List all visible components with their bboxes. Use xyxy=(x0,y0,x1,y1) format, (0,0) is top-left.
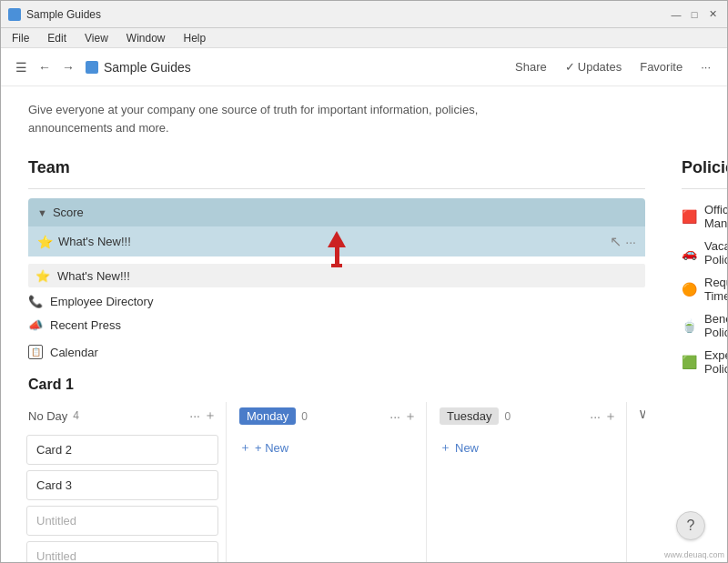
tuesday-plus-icon: ＋ xyxy=(440,439,451,456)
calendar-icon: 📋 xyxy=(28,345,43,359)
monday-title: Monday xyxy=(239,407,296,425)
board: No Day 4 ··· ＋ Card 2 Card 3 Untitled Un… xyxy=(26,402,645,562)
hamburger-button[interactable]: ☰ xyxy=(12,56,31,78)
team-section: Team ▼ Score ⭐ What's New!!! xyxy=(28,158,645,562)
drag-indicator xyxy=(328,231,346,267)
policy-request-time-off[interactable]: 🟠 Request Time Off xyxy=(682,271,727,307)
noday-count: 4 xyxy=(73,409,79,422)
board-col-w: W xyxy=(627,402,645,562)
noday-more-icon[interactable]: ··· xyxy=(189,408,200,423)
phone-icon: 📞 xyxy=(28,294,43,308)
menu-help[interactable]: Help xyxy=(180,30,210,46)
score-card[interactable]: ▼ Score ⭐ What's New!!! ↖ ··· xyxy=(28,198,645,256)
window-title: Sample Guides xyxy=(26,8,101,21)
employee-directory-item[interactable]: 📞 Employee Directory xyxy=(28,289,645,313)
vacation-label: Vacation Policy xyxy=(704,239,727,266)
board-col-monday: Monday 0 ··· ＋ ＋ + New xyxy=(227,402,427,562)
policy-office-manual[interactable]: 🟥 Office Manual xyxy=(682,198,727,235)
menu-file[interactable]: File xyxy=(8,30,33,46)
description-text: Give everyone at your company one source… xyxy=(28,101,556,136)
w-title: W xyxy=(640,407,645,421)
monday-add-icon[interactable]: ＋ xyxy=(404,408,417,425)
minimize-button[interactable]: — xyxy=(669,7,683,22)
whats-new-label: What's New!!! xyxy=(57,269,130,283)
page-title: Sample Guides xyxy=(104,60,191,75)
policies-title: Policies xyxy=(682,158,727,177)
score-header[interactable]: ▼ Score xyxy=(28,198,645,226)
more-button[interactable]: ··· xyxy=(695,56,716,77)
board-col-tuesday: Tuesday 0 ··· ＋ ＋ New xyxy=(427,402,627,562)
arrow-shaft xyxy=(335,247,339,264)
help-icon: ? xyxy=(687,518,695,534)
close-button[interactable]: ✕ xyxy=(705,7,720,22)
share-button[interactable]: Share xyxy=(510,56,552,77)
card3-card[interactable]: Card 3 xyxy=(26,470,218,500)
board-col-noday: No Day 4 ··· ＋ Card 2 Card 3 Untitled Un… xyxy=(26,402,227,562)
megaphone-icon: 📣 xyxy=(28,317,43,332)
vacation-icon: 🚗 xyxy=(682,246,697,260)
toolbar: ☰ ← → Sample Guides Share ✓ Updates Favo… xyxy=(1,48,727,86)
benefits-icon: 🍵 xyxy=(682,318,697,333)
calendar-label: Calendar xyxy=(50,346,98,359)
drag-more-icon[interactable]: ··· xyxy=(625,235,636,249)
monday-plus-icon: ＋ xyxy=(239,439,251,456)
maximize-button[interactable]: □ xyxy=(687,7,702,22)
calendar-item[interactable]: 📋 Calendar xyxy=(28,340,645,364)
policy-benefits[interactable]: 🍵 Benefits Policies xyxy=(682,307,727,344)
app-icon xyxy=(8,8,21,21)
tuesday-more-icon[interactable]: ··· xyxy=(590,409,601,424)
forward-button[interactable]: → xyxy=(58,56,78,78)
request-time-off-icon: 🟠 xyxy=(682,282,697,297)
request-time-off-label: Request Time Off xyxy=(704,276,727,303)
expense-label: Expense Policy xyxy=(704,348,727,376)
watermark: www.deuaq.com xyxy=(664,550,724,559)
monday-count: 0 xyxy=(301,410,308,423)
benefits-label: Benefits Policies xyxy=(704,312,727,339)
card1-title: Card 1 xyxy=(28,377,645,393)
card2-card[interactable]: Card 2 xyxy=(26,435,218,465)
office-manual-label: Office Manual xyxy=(704,203,727,230)
cursor-icon: ↖ xyxy=(610,233,622,250)
menu-view[interactable]: View xyxy=(81,30,112,46)
recent-press-label: Recent Press xyxy=(50,318,121,332)
noday-title: No Day xyxy=(28,409,67,423)
arrow-up-icon xyxy=(328,231,346,247)
menu-edit[interactable]: Edit xyxy=(44,30,70,46)
drag-item-label: What's New!!! xyxy=(58,235,131,248)
star-icon: ⭐ xyxy=(37,235,53,249)
monday-new-button[interactable]: ＋ + New xyxy=(238,436,419,459)
page-icon xyxy=(86,61,98,74)
policy-vacation[interactable]: 🚗 Vacation Policy xyxy=(682,235,727,271)
team-title: Team xyxy=(28,158,645,177)
tuesday-title: Tuesday xyxy=(440,407,499,425)
tuesday-new-button[interactable]: ＋ New xyxy=(438,436,619,459)
noday-add-icon[interactable]: ＋ xyxy=(204,407,217,424)
policies-section: Policies 🟥 Office Manual 🚗 Vacation Poli… xyxy=(682,158,727,562)
office-manual-icon: 🟥 xyxy=(682,209,697,224)
tuesday-add-icon[interactable]: ＋ xyxy=(604,408,617,425)
menu-window[interactable]: Window xyxy=(123,30,169,46)
tuesday-count: 0 xyxy=(504,410,511,423)
back-button[interactable]: ← xyxy=(35,56,55,78)
content-area: Give everyone at your company one source… xyxy=(1,86,727,562)
policy-expense[interactable]: 🟩 Expense Policy xyxy=(682,344,727,380)
expense-icon: 🟩 xyxy=(682,355,697,369)
whats-new-star-icon: ⭐ xyxy=(35,268,50,283)
untitled-card-2[interactable]: Untitled xyxy=(26,541,218,562)
help-button[interactable]: ? xyxy=(676,511,705,540)
recent-press-item[interactable]: 📣 Recent Press xyxy=(28,313,645,337)
untitled-card-1[interactable]: Untitled xyxy=(26,506,218,536)
arrow-base xyxy=(331,264,342,267)
employee-directory-label: Employee Directory xyxy=(50,295,153,308)
score-label: Score xyxy=(53,206,84,219)
menu-bar: File Edit View Window Help xyxy=(1,28,727,48)
favorite-button[interactable]: Favorite xyxy=(634,56,688,77)
score-arrow-icon: ▼ xyxy=(37,207,47,218)
monday-more-icon[interactable]: ··· xyxy=(389,409,400,424)
updates-button[interactable]: ✓ Updates xyxy=(560,56,627,77)
